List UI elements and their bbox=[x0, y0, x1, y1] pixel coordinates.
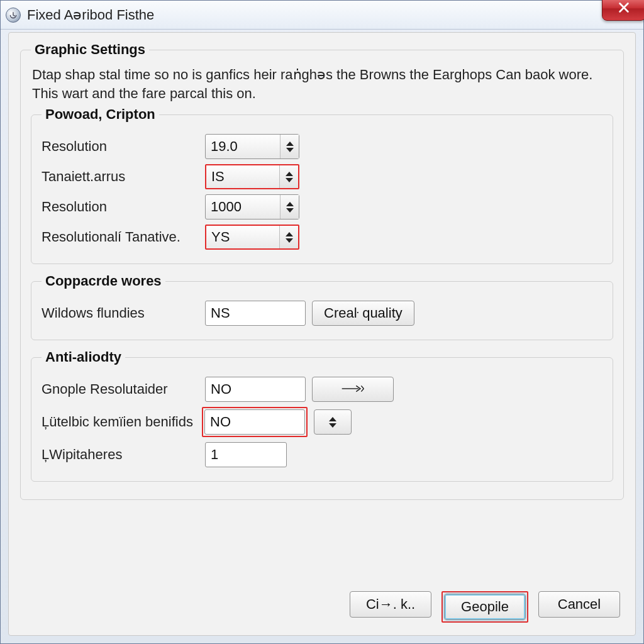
resolution-1-value: 19.0 bbox=[206, 138, 280, 155]
creal-quality-label: Creaŀ quality bbox=[324, 305, 402, 321]
group-graphic-settings: Graphic Settings Dtap shap stal time so … bbox=[20, 42, 624, 500]
group-legend-anti: Anti-aliodty bbox=[42, 349, 125, 365]
svg-line-4 bbox=[361, 389, 364, 392]
resolution-tanative-value: YS bbox=[206, 229, 279, 245]
dialog-window: Fixed Aəribod Fisthe Graphic Settings Dt… bbox=[0, 0, 644, 644]
row-resolution-2: Resolution 1000 bbox=[42, 194, 602, 219]
client-area: Graphic Settings Dtap shap stal time so … bbox=[8, 32, 636, 636]
lutelbic-input[interactable]: NO bbox=[204, 409, 305, 435]
cancel-button[interactable]: Cancel bbox=[538, 591, 620, 618]
group-legend-powoad: Powoad, Cripton bbox=[42, 106, 159, 123]
label-lutelbic: Ļütelbic kemïien benifids bbox=[42, 414, 196, 430]
close-icon bbox=[617, 1, 631, 18]
ci-button-label: Ci→. k.. bbox=[366, 596, 415, 613]
group-legend-coppacrde: Coppacrde wores bbox=[42, 273, 165, 289]
lutelbic-highlight: NO bbox=[202, 407, 308, 437]
row-resolution-tanative: Resolutionalí Tanative. YS bbox=[42, 225, 602, 250]
resolution-2-spinner[interactable]: 1000 bbox=[205, 194, 299, 219]
resolution-2-value: 1000 bbox=[206, 199, 280, 215]
titlebar: Fixed Aəribod Fisthe bbox=[1, 1, 643, 30]
lutelbic-spinner-button[interactable] bbox=[314, 409, 352, 435]
gnople-value: NO bbox=[206, 381, 305, 397]
label-resolution-tanative: Resolutionalí Tanative. bbox=[42, 229, 199, 245]
creal-quality-button[interactable]: Creaŀ quality bbox=[312, 301, 414, 326]
window-title: Fixed Aəribod Fisthe bbox=[27, 7, 154, 23]
gnople-arrow-button[interactable] bbox=[312, 377, 394, 402]
wildows-flundies-input[interactable]: NS bbox=[205, 301, 306, 326]
row-resolution-1: Resolution 19.0 bbox=[42, 134, 602, 159]
arrow-right-icon bbox=[340, 381, 365, 397]
footer-buttons: Ci→. k.. Geopile Cancel bbox=[350, 591, 620, 623]
row-gnople: Gnople Resolutaider NO bbox=[42, 377, 602, 402]
wildows-flundies-value: NS bbox=[206, 305, 305, 321]
group-powoad: Powoad, Cripton Resolution 19.0 Tanaiett… bbox=[31, 106, 613, 264]
geopile-button-label: Geopile bbox=[461, 599, 509, 615]
label-resolution-2: Resolution bbox=[42, 199, 199, 215]
lwipitaheres-input[interactable]: 1 bbox=[205, 442, 287, 467]
geopile-highlight: Geopile bbox=[441, 591, 528, 623]
tanaiet-value: IS bbox=[206, 169, 279, 185]
svg-line-3 bbox=[361, 386, 364, 389]
resolution-1-spinner[interactable]: 19.0 bbox=[205, 134, 299, 159]
row-wildows-flundies: Wildows flundies NS Creaŀ quality bbox=[42, 301, 602, 326]
tanaiet-spinner[interactable]: IS bbox=[205, 164, 299, 189]
app-icon bbox=[6, 8, 21, 23]
close-button[interactable] bbox=[602, 0, 644, 21]
group-coppacrde: Coppacrde wores Wildows flundies NS Crea… bbox=[31, 273, 613, 340]
resolution-tanative-spinner[interactable]: YS bbox=[205, 225, 299, 250]
ci-button[interactable]: Ci→. k.. bbox=[350, 591, 431, 618]
graphic-description: Dtap shap stal time so no is ganfics hei… bbox=[31, 64, 613, 106]
spinner-arrows-icon bbox=[280, 195, 299, 219]
spinner-arrows-icon bbox=[279, 226, 298, 248]
gnople-input[interactable]: NO bbox=[205, 377, 306, 402]
label-resolution-1: Resolution bbox=[42, 138, 199, 155]
label-lwipitaheres: ĻWipitaheres bbox=[42, 447, 199, 463]
row-tanaiet: Tanaiett.arrus IS bbox=[42, 164, 602, 189]
label-tanaiet: Tanaiett.arrus bbox=[42, 169, 199, 185]
row-lwipitaheres: ĻWipitaheres 1 bbox=[42, 442, 602, 467]
label-wildows-flundies: Wildows flundies bbox=[42, 305, 199, 321]
spinner-arrows-icon bbox=[279, 165, 298, 188]
lwipitaheres-value: 1 bbox=[206, 447, 286, 463]
label-gnople: Gnople Resolutaider bbox=[42, 381, 199, 397]
spinner-arrows-icon bbox=[280, 135, 299, 158]
row-lutelbic: Ļütelbic kemïien benifids NO bbox=[42, 407, 602, 437]
spinner-arrows-icon bbox=[329, 417, 336, 428]
group-anti-aliodty: Anti-aliodty Gnople Resolutaider NO Ļüte… bbox=[31, 349, 613, 482]
geopile-button[interactable]: Geopile bbox=[444, 594, 526, 620]
group-legend-graphic: Graphic Settings bbox=[31, 42, 149, 58]
cancel-button-label: Cancel bbox=[558, 596, 601, 613]
lutelbic-value: NO bbox=[205, 414, 304, 430]
